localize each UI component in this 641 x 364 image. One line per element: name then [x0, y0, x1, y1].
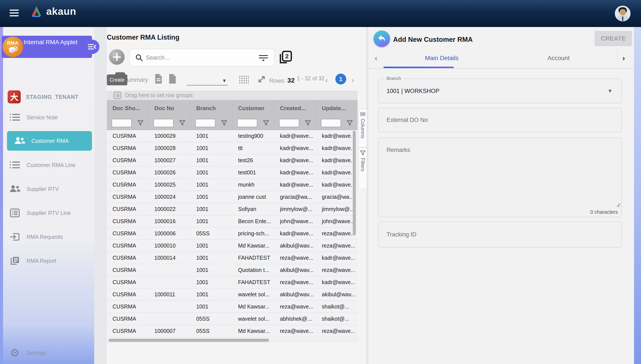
- search-input[interactable]: [146, 54, 258, 61]
- funnel-icon[interactable]: [263, 120, 269, 126]
- collapse-icon: [88, 44, 97, 50]
- funnel-icon[interactable]: [305, 120, 311, 126]
- table-row[interactable]: CUSRMA10000161001Becon Ente...john@wave.…: [107, 215, 358, 228]
- horizontal-scrollbar-thumb[interactable]: [109, 339, 269, 342]
- add-record-button[interactable]: [109, 49, 125, 65]
- column-header[interactable]: Doc No: [149, 100, 190, 116]
- vertical-scrollbar[interactable]: [353, 130, 356, 338]
- resize-handle-icon[interactable]: [615, 203, 619, 207]
- horizontal-scrollbar[interactable]: [107, 338, 358, 343]
- table-row[interactable]: CUSRMA10000271001test26kadr@wave...kadr@…: [107, 154, 358, 166]
- sidebar-item-customer-rma-line[interactable]: Customer RMA Line: [0, 158, 94, 173]
- table-row[interactable]: CUSRMA10000281001tttkadr@wave...kadr@wav…: [107, 142, 358, 154]
- create-button[interactable]: CREATE: [594, 31, 632, 46]
- grid-dots-icon[interactable]: [239, 75, 249, 84]
- table-row[interactable]: CUSRMA1001Quotation t...akibul@wav...rez…: [107, 264, 358, 276]
- file-text-icon[interactable]: [154, 74, 163, 84]
- switch-view-icon[interactable]: 2: [279, 50, 292, 64]
- sidebar-collapse-button[interactable]: [85, 40, 99, 54]
- cell-branch: 1001: [190, 240, 233, 252]
- cell-customer: Md Kawsar...: [233, 301, 274, 312]
- table-row[interactable]: CUSRMA10000291001testing900kadr@wave...k…: [107, 130, 358, 142]
- page-number-badge[interactable]: 1: [335, 74, 346, 84]
- table-row[interactable]: CUSRMA05SSwavelet sol...abhishek@...shai…: [107, 313, 358, 325]
- vertical-scrollbar-thumb[interactable]: [353, 130, 356, 235]
- column-filter-input[interactable]: [112, 119, 132, 127]
- cell-doc_short: CUSRMA: [107, 142, 149, 154]
- tabs-scroll-right-icon[interactable]: ›: [622, 54, 625, 62]
- tabs-scroll-left-icon[interactable]: ‹: [375, 54, 377, 62]
- cell-updated: kadr@wave...: [316, 142, 358, 154]
- prev-page-icon[interactable]: ‹: [325, 76, 328, 84]
- funnel-icon[interactable]: [137, 120, 143, 126]
- column-filter-input[interactable]: [321, 119, 341, 127]
- cell-updated: reza@wave...: [316, 264, 358, 276]
- tracking-id-input[interactable]: [379, 222, 621, 247]
- table-row[interactable]: CUSRMA10000261001test001kadr@wave...kadr…: [107, 166, 358, 179]
- table-row[interactable]: CUSRMA10000221001Sofiyanjimmylow@...jimm…: [107, 203, 358, 215]
- chevron-down-icon[interactable]: ▼: [607, 88, 613, 94]
- cell-updated: shaikot@...: [316, 313, 358, 325]
- sidebar-item-rma-requests[interactable]: RMA Requests: [0, 229, 94, 244]
- external-do-input[interactable]: [379, 108, 621, 132]
- tab-main-details[interactable]: Main Details: [425, 55, 459, 62]
- filter-cell: [190, 116, 233, 130]
- column-filter-input[interactable]: [195, 119, 216, 127]
- row-group-drop-zone[interactable]: Drag here to set row groups: [107, 90, 358, 100]
- cell-branch: 1001: [190, 215, 233, 227]
- table-row[interactable]: CUSRMA10000111001wavelet sol...akibul@wa…: [107, 288, 358, 301]
- sidebar-item-rma-report[interactable]: RMA Report: [0, 253, 94, 268]
- remarks-textarea[interactable]: [379, 138, 621, 217]
- column-header[interactable]: Customer: [233, 100, 274, 116]
- filter-cell: [149, 116, 190, 130]
- column-header[interactable]: Update...: [316, 100, 358, 116]
- table-row[interactable]: CUSRMA1001Md Kawsar...reza@wave...shaiko…: [107, 301, 358, 313]
- cell-updated: kadr@wave...: [316, 252, 358, 264]
- next-page-icon[interactable]: ›: [351, 76, 354, 84]
- table-row[interactable]: CUSRMA1001FAHADTESTreza@wave...kadr@wave…: [107, 276, 358, 288]
- table-row[interactable]: CUSRMA100000705SSMd Kawsar...reza@wave..…: [107, 325, 358, 337]
- tab-account[interactable]: Account: [547, 55, 569, 62]
- table-row[interactable]: CUSRMA10000241001joanne custgracia@wa...…: [107, 191, 358, 203]
- sidebar-item-settings[interactable]: ⚙ Settings: [0, 345, 94, 360]
- column-header[interactable]: Doc Sho...: [107, 100, 149, 116]
- table-row[interactable]: CUSRMA10000141001FAHADTESTreza@wave...ka…: [107, 252, 358, 264]
- expand-icon[interactable]: [257, 74, 266, 84]
- column-header[interactable]: Created...: [274, 100, 316, 116]
- back-button[interactable]: [373, 30, 390, 47]
- cell-doc_short: CUSRMA: [107, 252, 149, 264]
- sidebar-item-supplier-rtv[interactable]: Supplier RTV: [0, 181, 94, 196]
- sidebar: RMA Internal RMA Applet STAG: [0, 27, 94, 364]
- cell-branch: 1001: [190, 264, 233, 276]
- applet-header[interactable]: RMA Internal RMA Applet: [2, 36, 92, 58]
- table-row[interactable]: CUSRMA10000101001Md Kawsar...akibul@wav.…: [107, 240, 358, 252]
- sidebar-item-customer-rma[interactable]: Customer RMA: [7, 131, 92, 151]
- cell-branch: 05SS: [190, 313, 233, 325]
- funnel-icon[interactable]: [347, 120, 353, 126]
- hamburger-menu-icon[interactable]: [10, 10, 19, 17]
- sidebar-item-supplier-rtv-line[interactable]: Supplier RTV Line: [0, 205, 94, 220]
- columns-side-tab[interactable]: Columns: [358, 109, 367, 147]
- cell-doc_short: CUSRMA: [107, 313, 149, 325]
- back-arrow-icon: [377, 35, 386, 43]
- filters-side-tab[interactable]: Filters: [358, 148, 367, 189]
- column-filter-input[interactable]: [153, 119, 173, 127]
- filter-lines-icon[interactable]: [258, 54, 268, 62]
- sidebar-item-tenant[interactable]: STAGING_TENANT: [0, 89, 94, 104]
- column-header[interactable]: Branch: [190, 100, 233, 116]
- file-icon[interactable]: [168, 74, 177, 84]
- branch-field-label: Branch: [384, 76, 403, 81]
- user-avatar[interactable]: [615, 6, 630, 21]
- row-groups-icon: [113, 92, 121, 99]
- column-filter-input[interactable]: [237, 119, 257, 127]
- table-row[interactable]: CUSRMA100000605SSpricing-sch...kadr@wave…: [107, 228, 358, 240]
- cell-branch: 1001: [190, 142, 233, 154]
- sidebar-item-service-note[interactable]: Service Note: [0, 110, 94, 125]
- view-select-dropdown[interactable]: [187, 85, 228, 86]
- funnel-icon[interactable]: [179, 120, 185, 126]
- cell-doc_short: CUSRMA: [107, 264, 149, 276]
- column-filter-input[interactable]: [279, 119, 299, 127]
- funnel-icon[interactable]: [221, 120, 227, 126]
- branch-select-field[interactable]: Branch 1001 | WORKSHOP ▼: [378, 78, 622, 104]
- table-row[interactable]: CUSRMA10000251001munkhkadr@wave...kadr@w…: [107, 179, 358, 191]
